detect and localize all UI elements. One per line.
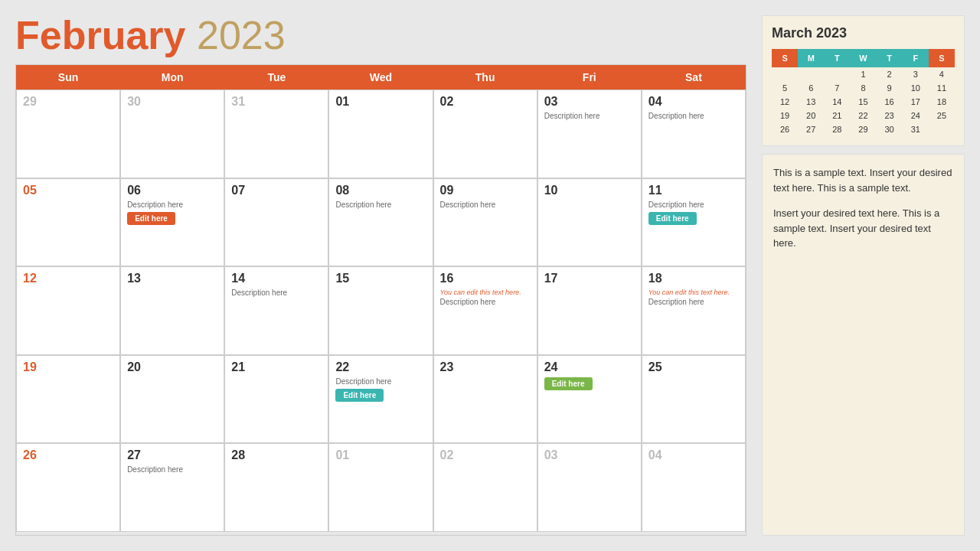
cal-cell: 23 [433,355,537,444]
edit-button[interactable]: Edit here [335,389,384,402]
cal-cell: 03Description here [537,90,642,178]
mini-cal-day: 20 [798,109,824,122]
cal-cell: 03 [537,443,642,532]
description-text: Description here [335,377,426,386]
cal-header-cell: Mon [120,65,224,90]
day-number: 29 [23,95,113,109]
mini-cal-day: 2 [877,67,903,81]
mini-cal-day [824,67,850,81]
day-number: 02 [440,95,531,109]
mini-cal-day: 7 [824,81,850,95]
day-number: 31 [231,95,322,109]
mini-cal-day: 27 [798,122,824,136]
day-number: 11 [648,184,739,197]
cal-cell: 02 [433,90,537,178]
day-number: 01 [335,448,426,462]
mini-cal-day: 21 [824,109,850,122]
day-number: 02 [440,448,531,462]
cal-cell: 31 [224,90,328,178]
edit-button[interactable]: Edit here [648,212,697,225]
cal-cell: 01 [328,443,433,532]
day-number: 01 [335,95,426,109]
day-number: 03 [544,448,635,462]
day-number: 19 [23,360,113,374]
cal-cell: 04Description here [642,90,746,178]
cal-cell: 15 [328,266,433,355]
mini-cal-day: 31 [903,122,929,136]
mini-cal-day: 5 [772,81,798,95]
description-text: Description here [440,298,531,306]
mini-cal-day: 13 [798,95,824,109]
mini-cal-grid: SMTWTFS 12345678910111213141516171819202… [772,49,955,136]
description-text: Description here [648,201,739,209]
cal-cell: 14Description here [224,266,328,355]
day-number: 30 [127,95,217,109]
cal-cell: 04 [642,443,746,532]
cal-header-cell: Thu [433,65,537,90]
day-number: 25 [648,360,739,374]
text-block-p1: This is a sample text. Insert your desir… [773,165,953,195]
day-number: 04 [648,448,739,462]
day-number: 16 [440,272,531,285]
day-number: 10 [544,184,635,197]
cal-cell: 18You can edit this text here.Descriptio… [642,266,746,355]
edit-button[interactable]: Edit here [544,377,593,390]
day-number: 05 [23,184,113,197]
sidebar: March 2023 SMTWTFS 123456789101112131415… [762,15,965,536]
you-can-edit-text: You can edit this text here. [440,289,531,296]
day-number: 13 [127,272,217,285]
description-text: Description here [335,201,426,209]
description-text: Description here [648,298,739,306]
mini-cal-day: 19 [772,109,798,122]
mini-cal-day: 12 [772,95,798,109]
mini-cal-header: W [850,49,876,67]
mini-cal-header: S [772,49,798,67]
cal-header: SunMonTueWedThuFriSat [16,65,746,90]
cal-header-cell: Sat [642,65,746,90]
cal-cell: 11Description hereEdit here [642,178,746,267]
cal-header-cell: Sun [16,65,120,90]
mini-cal-header: T [824,49,850,67]
mini-cal-day [798,67,824,81]
mini-cal-day: 4 [929,67,955,81]
cal-header-cell: Wed [328,65,433,90]
day-number: 22 [335,360,426,374]
mini-cal-day: 3 [903,67,929,81]
cal-cell: 19 [16,355,120,444]
mini-cal-day: 17 [903,95,929,109]
mini-cal-day: 9 [877,81,903,95]
mini-cal-box: March 2023 SMTWTFS 123456789101112131415… [762,15,965,146]
year-word: 2023 [197,13,286,57]
cal-cell: 07 [224,178,328,267]
cal-cell: 26 [16,443,120,532]
mini-cal-day: 16 [877,95,903,109]
cal-cell: 29 [16,90,120,178]
mini-cal-day: 10 [903,81,929,95]
description-text: Description here [440,201,531,209]
text-block: This is a sample text. Insert your desir… [762,154,965,536]
day-number: 27 [127,448,217,462]
cal-cell: 06Description hereEdit here [120,178,224,267]
description-text: Description here [544,112,635,120]
day-number: 09 [440,184,531,197]
mini-cal-day: 8 [850,81,876,95]
day-number: 15 [335,272,426,285]
text-block-p2: Insert your desired text here. This is a… [773,206,953,251]
day-number: 28 [231,448,322,462]
cal-cell: 28 [224,443,328,532]
cal-cell: 17 [537,266,642,355]
cal-cell: 25 [642,355,746,444]
mini-cal-header: M [798,49,824,67]
mini-cal-title: March 2023 [772,25,955,41]
edit-button[interactable]: Edit here [127,212,175,225]
mini-cal-day: 29 [850,122,876,136]
month-word: February [15,13,186,57]
calendar-grid: SunMonTueWedThuFriSat 293031010203Descri… [15,64,746,536]
mini-cal-day: 6 [798,81,824,95]
day-number: 06 [127,184,217,197]
mini-cal-day: 30 [877,122,903,136]
mini-cal-day [929,122,955,136]
description-text: Description here [648,112,739,120]
mini-cal-day: 1 [850,67,876,81]
description-text: Description here [127,201,217,209]
